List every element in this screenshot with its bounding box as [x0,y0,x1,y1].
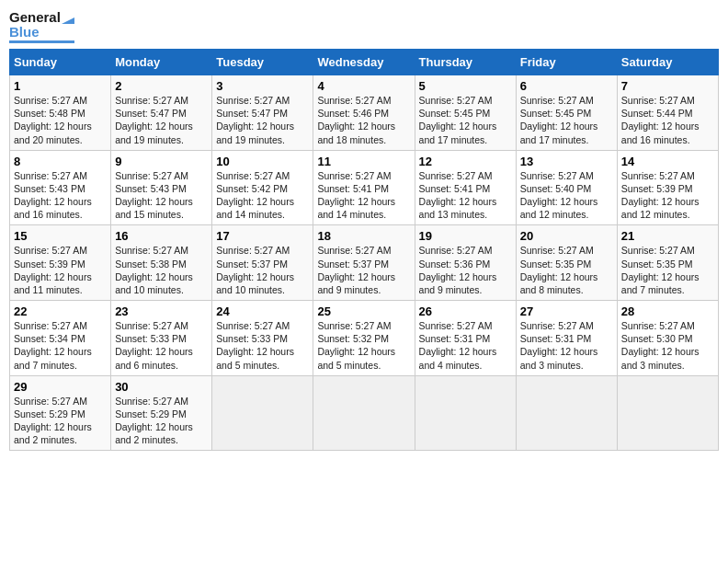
day-info: Sunrise: 5:27 AMSunset: 5:36 PMDaylight:… [419,245,497,295]
day-number: 11 [317,155,410,168]
day-number: 20 [520,229,613,243]
empty-cell [212,375,313,451]
day-info: Sunrise: 5:27 AMSunset: 5:47 PMDaylight:… [216,95,294,145]
day-number: 15 [14,229,107,243]
day-number: 16 [115,229,208,243]
day-number: 1 [14,79,107,93]
day-info: Sunrise: 5:27 AMSunset: 5:29 PMDaylight:… [14,396,92,446]
day-number: 4 [317,79,410,93]
day-cell-20: 20 Sunrise: 5:27 AMSunset: 5:35 PMDaylig… [516,225,617,301]
week-row-4: 22 Sunrise: 5:27 AMSunset: 5:34 PMDaylig… [10,301,719,376]
day-info: Sunrise: 5:27 AMSunset: 5:30 PMDaylight:… [621,320,700,371]
day-info: Sunrise: 5:27 AMSunset: 5:31 PMDaylight:… [520,320,598,371]
day-number: 28 [621,304,714,318]
day-number: 23 [115,304,208,318]
day-info: Sunrise: 5:27 AMSunset: 5:29 PMDaylight:… [115,396,193,446]
day-info: Sunrise: 5:27 AMSunset: 5:39 PMDaylight:… [14,245,92,295]
day-cell-24: 24 Sunrise: 5:27 AMSunset: 5:33 PMDaylig… [212,301,313,376]
day-cell-14: 14 Sunrise: 5:27 AMSunset: 5:39 PMDaylig… [617,150,718,225]
day-cell-11: 11 Sunrise: 5:27 AMSunset: 5:41 PMDaylig… [313,150,415,225]
day-info: Sunrise: 5:27 AMSunset: 5:39 PMDaylight:… [621,170,700,221]
day-cell-30: 30 Sunrise: 5:27 AMSunset: 5:29 PMDaylig… [111,375,212,451]
day-info: Sunrise: 5:27 AMSunset: 5:47 PMDaylight:… [115,95,193,145]
day-cell-1: 1 Sunrise: 5:27 AMSunset: 5:48 PMDayligh… [10,75,111,151]
day-info: Sunrise: 5:27 AMSunset: 5:43 PMDaylight:… [115,170,193,221]
weekday-saturday: Saturday [617,50,718,75]
weekday-friday: Friday [516,50,617,75]
day-number: 3 [216,79,309,93]
day-number: 5 [419,79,512,93]
day-cell-18: 18 Sunrise: 5:27 AMSunset: 5:37 PMDaylig… [313,225,415,301]
day-info: Sunrise: 5:27 AMSunset: 5:32 PMDaylight:… [317,320,395,371]
day-info: Sunrise: 5:27 AMSunset: 5:48 PMDaylight:… [14,95,92,145]
day-cell-3: 3 Sunrise: 5:27 AMSunset: 5:47 PMDayligh… [212,75,313,151]
day-cell-21: 21 Sunrise: 5:27 AMSunset: 5:35 PMDaylig… [617,225,718,301]
day-cell-7: 7 Sunrise: 5:27 AMSunset: 5:44 PMDayligh… [617,75,718,151]
empty-cell [617,375,718,451]
day-number: 25 [317,304,410,318]
day-cell-10: 10 Sunrise: 5:27 AMSunset: 5:42 PMDaylig… [212,150,313,225]
empty-cell [415,375,516,451]
day-cell-22: 22 Sunrise: 5:27 AMSunset: 5:34 PMDaylig… [10,301,111,376]
day-info: Sunrise: 5:27 AMSunset: 5:45 PMDaylight:… [520,95,598,145]
day-info: Sunrise: 5:27 AMSunset: 5:37 PMDaylight:… [317,245,395,295]
day-info: Sunrise: 5:27 AMSunset: 5:34 PMDaylight:… [14,320,92,371]
day-info: Sunrise: 5:27 AMSunset: 5:43 PMDaylight:… [14,170,92,221]
day-info: Sunrise: 5:27 AMSunset: 5:33 PMDaylight:… [115,320,193,371]
day-number: 10 [216,155,309,168]
day-cell-9: 9 Sunrise: 5:27 AMSunset: 5:43 PMDayligh… [111,150,212,225]
day-cell-4: 4 Sunrise: 5:27 AMSunset: 5:46 PMDayligh… [313,75,415,151]
day-cell-6: 6 Sunrise: 5:27 AMSunset: 5:45 PMDayligh… [516,75,617,151]
week-row-1: 1 Sunrise: 5:27 AMSunset: 5:48 PMDayligh… [10,75,719,151]
week-row-5: 29 Sunrise: 5:27 AMSunset: 5:29 PMDaylig… [10,375,719,451]
day-info: Sunrise: 5:27 AMSunset: 5:40 PMDaylight:… [520,170,598,221]
weekday-thursday: Thursday [415,50,516,75]
day-number: 27 [520,304,613,318]
day-cell-17: 17 Sunrise: 5:27 AMSunset: 5:37 PMDaylig… [212,225,313,301]
svg-marker-0 [62,17,74,24]
day-info: Sunrise: 5:27 AMSunset: 5:41 PMDaylight:… [419,170,497,221]
day-info: Sunrise: 5:27 AMSunset: 5:45 PMDaylight:… [419,95,497,145]
day-cell-27: 27 Sunrise: 5:27 AMSunset: 5:31 PMDaylig… [516,301,617,376]
day-info: Sunrise: 5:27 AMSunset: 5:42 PMDaylight:… [216,170,294,221]
day-cell-8: 8 Sunrise: 5:27 AMSunset: 5:43 PMDayligh… [10,150,111,225]
day-cell-29: 29 Sunrise: 5:27 AMSunset: 5:29 PMDaylig… [10,375,111,451]
week-row-3: 15 Sunrise: 5:27 AMSunset: 5:39 PMDaylig… [10,225,719,301]
day-number: 19 [419,229,512,243]
page-header: General Blue [9,9,719,43]
day-number: 18 [317,229,410,243]
day-number: 17 [216,229,309,243]
day-info: Sunrise: 5:27 AMSunset: 5:35 PMDaylight:… [621,245,700,295]
day-cell-13: 13 Sunrise: 5:27 AMSunset: 5:40 PMDaylig… [516,150,617,225]
weekday-sunday: Sunday [10,50,111,75]
day-cell-19: 19 Sunrise: 5:27 AMSunset: 5:36 PMDaylig… [415,225,516,301]
day-cell-2: 2 Sunrise: 5:27 AMSunset: 5:47 PMDayligh… [111,75,212,151]
day-number: 6 [520,79,613,93]
day-info: Sunrise: 5:27 AMSunset: 5:35 PMDaylight:… [520,245,598,295]
logo-arrow-icon [62,11,74,24]
day-info: Sunrise: 5:27 AMSunset: 5:31 PMDaylight:… [419,320,497,371]
day-number: 29 [14,380,107,394]
day-cell-25: 25 Sunrise: 5:27 AMSunset: 5:32 PMDaylig… [313,301,415,376]
day-cell-16: 16 Sunrise: 5:27 AMSunset: 5:38 PMDaylig… [111,225,212,301]
day-number: 7 [621,79,714,93]
empty-cell [516,375,617,451]
day-info: Sunrise: 5:27 AMSunset: 5:38 PMDaylight:… [115,245,193,295]
day-cell-23: 23 Sunrise: 5:27 AMSunset: 5:33 PMDaylig… [111,301,212,376]
day-number: 13 [520,155,613,168]
day-number: 30 [115,380,208,394]
logo-general: General [9,9,61,25]
day-info: Sunrise: 5:27 AMSunset: 5:37 PMDaylight:… [216,245,294,295]
day-number: 12 [419,155,512,168]
weekday-monday: Monday [111,50,212,75]
day-info: Sunrise: 5:27 AMSunset: 5:41 PMDaylight:… [317,170,395,221]
day-info: Sunrise: 5:27 AMSunset: 5:44 PMDaylight:… [621,95,700,145]
day-cell-15: 15 Sunrise: 5:27 AMSunset: 5:39 PMDaylig… [10,225,111,301]
day-number: 24 [216,304,309,318]
weekday-tuesday: Tuesday [212,50,313,75]
day-number: 8 [14,155,107,168]
day-cell-5: 5 Sunrise: 5:27 AMSunset: 5:45 PMDayligh… [415,75,516,151]
day-number: 2 [115,79,208,93]
day-info: Sunrise: 5:27 AMSunset: 5:33 PMDaylight:… [216,320,294,371]
day-number: 14 [621,155,714,168]
